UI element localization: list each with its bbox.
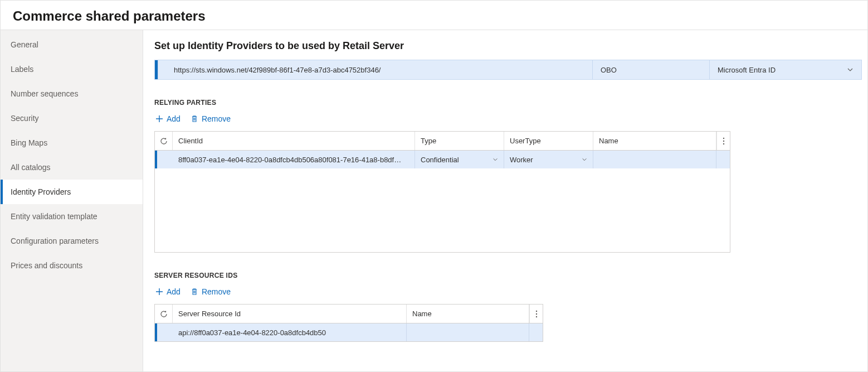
sidebar-item-number-sequences[interactable]: Number sequences (1, 81, 143, 106)
sidebar-item-security[interactable]: Security (1, 106, 143, 131)
column-header-clientid[interactable]: ClientId (173, 132, 415, 150)
sidebar-item-configuration-parameters[interactable]: Configuration parameters (1, 229, 143, 253)
grid-empty-space (155, 168, 730, 252)
column-header-name[interactable]: Name (407, 305, 529, 323)
column-header-usertype[interactable]: UserType (504, 132, 593, 150)
idp-name-cell[interactable]: Microsoft Entra ID (709, 60, 861, 79)
sidebar-item-label: All catalogs (11, 163, 51, 172)
idp-type-cell[interactable]: OBO (592, 60, 709, 79)
name-cell[interactable] (407, 323, 529, 341)
add-button[interactable]: Add (154, 112, 182, 125)
column-header-server-resource-id[interactable]: Server Resource Id (173, 305, 407, 323)
more-icon (723, 137, 725, 145)
row-trailing (529, 323, 543, 341)
server-resource-id-cell[interactable]: api://8ff0a037-ea1e-4e04-8220-0a8dfcb4db… (173, 323, 407, 341)
usertype-cell[interactable]: Worker (504, 151, 593, 168)
grid-body: 8ff0a037-ea1e-4e04-8220-0a8dfcb4db506a80… (155, 151, 730, 252)
row-selector[interactable] (155, 323, 173, 341)
idp-type-value: OBO (601, 66, 617, 74)
sidebar-item-labels[interactable]: Labels (1, 57, 143, 81)
idp-name-value: Microsoft Entra ID (718, 66, 776, 74)
name-cell[interactable] (593, 151, 716, 168)
server-resource-ids-grid: Server Resource Id Name api://8ff0a037-e… (154, 304, 543, 342)
sidebar-item-all-catalogs[interactable]: All catalogs (1, 155, 143, 180)
sidebar-item-prices-and-discounts[interactable]: Prices and discounts (1, 253, 143, 278)
relying-parties-grid: ClientId Type UserType Name 8ff0a037-ea1… (154, 131, 730, 253)
table-row[interactable]: 8ff0a037-ea1e-4e04-8220-0a8dfcb4db506a80… (155, 151, 730, 168)
remove-button[interactable]: Remove (189, 112, 232, 125)
page-title: Commerce shared parameters (1, 1, 867, 30)
refresh-button[interactable] (155, 132, 173, 150)
clientid-cell[interactable]: 8ff0a037-ea1e-4e04-8220-0a8dfcb4db506a80… (173, 151, 415, 168)
main-content: Set up Identity Providers to be used by … (143, 30, 867, 371)
svg-point-4 (535, 313, 537, 314)
server-resource-ids-title: SERVER RESOURCE IDS (154, 272, 862, 279)
more-options-button[interactable] (529, 305, 543, 323)
section-heading: Set up Identity Providers to be used by … (154, 40, 862, 52)
add-button[interactable]: Add (154, 285, 182, 298)
type-cell[interactable]: Confidential (415, 151, 504, 168)
sidebar-item-label: Configuration parameters (11, 236, 99, 245)
remove-label: Remove (202, 114, 231, 123)
more-options-button[interactable] (716, 132, 730, 150)
refresh-button[interactable] (155, 305, 173, 323)
sidebar-item-bing-maps[interactable]: Bing Maps (1, 131, 143, 155)
trash-icon (191, 288, 198, 296)
svg-point-1 (723, 140, 724, 141)
sidebar-item-label: General (11, 40, 38, 49)
remove-label: Remove (202, 287, 231, 296)
more-icon (535, 310, 538, 318)
sidebar-item-label: Security (11, 114, 39, 123)
sidebar-item-entity-validation-template[interactable]: Entity validation template (1, 204, 143, 229)
sidebar-item-label: Number sequences (11, 89, 78, 98)
relying-parties-toolbar: Add Remove (154, 112, 862, 125)
server-resource-ids-toolbar: Add Remove (154, 285, 862, 298)
relying-parties-title: RELYING PARTIES (154, 99, 862, 107)
chevron-down-icon (847, 66, 854, 73)
plus-icon (155, 115, 163, 123)
type-value: Confidential (421, 156, 459, 164)
server-resource-id-value: api://8ff0a037-ea1e-4e04-8220-0a8dfcb4db… (178, 328, 326, 337)
sidebar-item-identity-providers[interactable]: Identity Providers (1, 180, 143, 204)
svg-point-0 (723, 137, 724, 138)
chevron-down-icon (492, 157, 498, 162)
grid-header: Server Resource Id Name (155, 305, 543, 323)
refresh-icon (160, 310, 168, 318)
sidebar-item-label: Prices and discounts (11, 261, 82, 270)
trash-icon (191, 115, 198, 123)
column-header-name[interactable]: Name (593, 132, 716, 150)
usertype-value: Worker (510, 156, 533, 164)
content-wrap: General Labels Number sequences Security… (1, 30, 867, 371)
column-header-type[interactable]: Type (415, 132, 504, 150)
idp-issuer-cell[interactable]: https://sts.windows.net/42f989bf-86f1-47… (158, 60, 592, 79)
clientid-value: 8ff0a037-ea1e-4e04-8220-0a8dfcb4db506a80… (178, 156, 401, 164)
svg-point-5 (535, 316, 537, 317)
sidebar-item-label: Labels (11, 65, 33, 74)
chevron-down-icon (582, 157, 587, 162)
sidebar-item-label: Entity validation template (11, 212, 97, 221)
plus-icon (155, 288, 163, 296)
row-trailing (716, 151, 730, 168)
row-selector[interactable] (155, 151, 173, 168)
sidebar: General Labels Number sequences Security… (1, 30, 143, 371)
remove-button[interactable]: Remove (189, 285, 232, 298)
refresh-icon (160, 137, 168, 145)
grid-body: api://8ff0a037-ea1e-4e04-8220-0a8dfcb4db… (155, 323, 543, 341)
idp-issuer-value: https://sts.windows.net/42f989bf-86f1-47… (174, 66, 381, 74)
add-label: Add (167, 114, 181, 123)
svg-point-2 (723, 143, 724, 144)
identity-provider-row[interactable]: https://sts.windows.net/42f989bf-86f1-47… (154, 60, 862, 80)
sidebar-item-label: Bing Maps (11, 138, 47, 147)
sidebar-item-general[interactable]: General (1, 32, 143, 57)
table-row[interactable]: api://8ff0a037-ea1e-4e04-8220-0a8dfcb4db… (155, 323, 543, 341)
add-label: Add (167, 287, 181, 296)
grid-header: ClientId Type UserType Name (155, 132, 730, 151)
sidebar-item-label: Identity Providers (11, 187, 71, 196)
svg-point-3 (535, 310, 537, 311)
